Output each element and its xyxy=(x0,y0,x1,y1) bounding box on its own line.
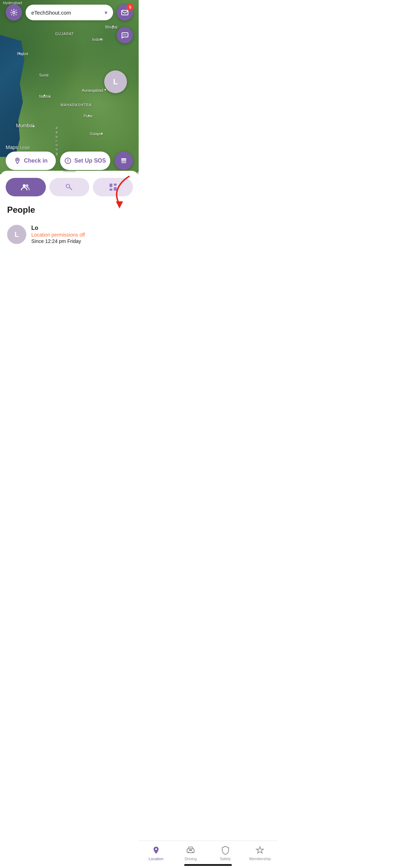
label-western: WESTERN xyxy=(55,125,59,155)
label-bhopal: Bhopal xyxy=(105,25,117,29)
dot-nashik xyxy=(44,95,45,96)
people-icon xyxy=(21,183,30,191)
svg-rect-8 xyxy=(121,160,126,162)
map-section: Hyderabad GUJARAT Bhopal Rajkot Indore S… xyxy=(0,0,139,174)
dot-bhopal xyxy=(112,26,114,27)
dot-solapur xyxy=(101,133,102,134)
svg-rect-9 xyxy=(121,162,126,163)
dot-indore xyxy=(100,38,102,40)
annotation-arrow xyxy=(102,173,134,208)
label-gujarat: GUJARAT xyxy=(55,32,74,36)
map-actions: Check in Set Up SOS xyxy=(6,152,133,170)
svg-rect-1 xyxy=(122,10,128,15)
map-attribution: Maps Legal xyxy=(6,144,30,150)
svg-point-3 xyxy=(124,35,125,35)
chat-icon xyxy=(121,31,129,39)
svg-point-12 xyxy=(66,184,70,188)
notification-button[interactable]: 5 xyxy=(117,4,133,21)
url-bar[interactable]: eTechShout.com ▾ xyxy=(26,5,113,20)
person-time: Since 12:24 pm Friday xyxy=(31,238,132,244)
chat-button[interactable] xyxy=(117,27,133,43)
sos-icon xyxy=(64,157,71,164)
checkin-button[interactable]: Check in xyxy=(6,152,56,170)
person-status: Location permissions off xyxy=(31,232,132,238)
tab-people[interactable] xyxy=(6,178,46,196)
location-check-icon xyxy=(14,157,21,164)
url-text: eTechShout.com xyxy=(31,10,71,16)
sos-label: Set Up SOS xyxy=(74,158,106,164)
apple-icon: Maps xyxy=(6,144,18,150)
map-terrain: Hyderabad GUJARAT Bhopal Rajkot Indore S… xyxy=(0,0,139,174)
person-item[interactable]: L Lo Location permissions off Since 12:2… xyxy=(0,221,139,248)
tab-section xyxy=(0,178,139,196)
layers-button[interactable] xyxy=(114,152,133,170)
app-container: Hyderabad GUJARAT Bhopal Rajkot Indore S… xyxy=(0,0,139,289)
person-avatar: L xyxy=(7,225,26,244)
dot-aurangabad xyxy=(105,89,106,90)
layers-icon xyxy=(119,157,128,165)
settings-button[interactable] xyxy=(6,4,22,21)
dot-rajkot xyxy=(19,53,20,54)
map-water xyxy=(0,35,31,157)
dot-mumbai xyxy=(33,126,34,127)
map-header: eTechShout.com ▾ 5 xyxy=(0,4,139,21)
chevron-down-icon: ▾ xyxy=(105,9,107,16)
label-maharashtra: MAHARASHTRA xyxy=(60,103,92,107)
legal-link[interactable]: Legal xyxy=(20,145,30,149)
person-name: Lo xyxy=(31,225,132,231)
drag-indicator xyxy=(63,171,76,172)
map-avatar-1: L xyxy=(104,70,127,93)
svg-point-10 xyxy=(23,184,26,187)
bottom-panel: People L Lo Location permissions off Sin… xyxy=(0,171,139,280)
svg-point-11 xyxy=(26,184,28,187)
notification-badge: 5 xyxy=(127,4,134,11)
dot-pune xyxy=(88,115,90,116)
key-icon xyxy=(65,183,74,191)
sos-button[interactable]: Set Up SOS xyxy=(60,152,110,170)
label-aurangabad: Aurangabad xyxy=(82,88,103,92)
label-surat: Surat xyxy=(39,73,48,77)
person-info: Lo Location permissions off Since 12:24 … xyxy=(31,225,132,244)
apple-maps-logo: Maps xyxy=(6,144,18,150)
svg-point-2 xyxy=(123,35,124,35)
checkin-label: Check in xyxy=(24,158,48,164)
svg-point-4 xyxy=(126,35,126,35)
svg-rect-7 xyxy=(121,158,126,160)
gear-icon xyxy=(10,9,18,16)
svg-marker-17 xyxy=(116,201,123,208)
tab-keys[interactable] xyxy=(49,178,90,196)
svg-point-0 xyxy=(13,11,15,14)
